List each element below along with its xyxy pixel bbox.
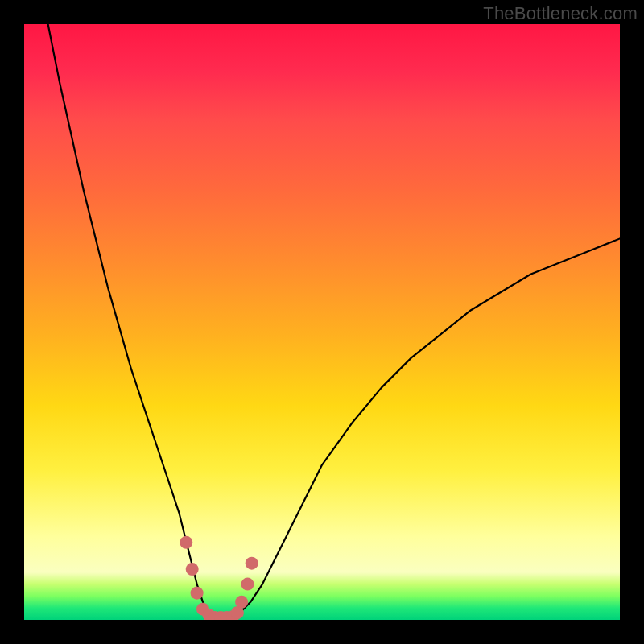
chart-svg <box>24 24 620 620</box>
outer-frame: TheBottleneck.com <box>0 0 644 644</box>
bottleneck-curve <box>48 24 620 620</box>
plot-area <box>24 24 620 620</box>
highlight-marker <box>246 557 258 570</box>
highlight-marker <box>191 587 204 600</box>
highlight-marker <box>235 596 248 609</box>
watermark-text: TheBottleneck.com <box>483 3 638 24</box>
highlight-marker <box>186 563 199 576</box>
highlight-marker <box>180 536 192 549</box>
bottleneck-curve-group <box>48 24 620 620</box>
highlight-marker <box>242 578 254 591</box>
